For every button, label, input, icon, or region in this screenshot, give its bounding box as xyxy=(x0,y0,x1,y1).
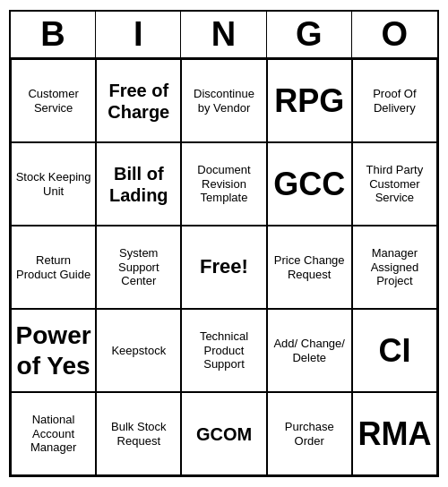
bingo-header: BINGO xyxy=(11,12,437,59)
bingo-cell-0: Customer Service xyxy=(11,59,96,142)
bingo-cell-6: Bill of Lading xyxy=(96,142,181,226)
bingo-cell-22: GCOM xyxy=(181,392,266,475)
bingo-cell-4: Proof Of Delivery xyxy=(352,59,437,142)
bingo-cell-13: Price Change Request xyxy=(267,226,352,309)
bingo-cell-2: Discontinue by Vendor xyxy=(181,59,266,142)
bingo-cell-14: Manager Assigned Project xyxy=(352,226,437,309)
header-letter-O: O xyxy=(352,12,437,57)
bingo-cell-11: System Support Center xyxy=(96,226,181,309)
bingo-cell-5: Stock Keeping Unit xyxy=(11,142,96,226)
bingo-cell-21: Bulk Stock Request xyxy=(96,392,181,475)
bingo-cell-1: Free of Charge xyxy=(96,59,181,142)
bingo-cell-12: Free! xyxy=(181,226,266,309)
bingo-cell-16: Keepstock xyxy=(96,309,181,392)
bingo-cell-24: RMA xyxy=(352,392,437,475)
header-letter-N: N xyxy=(181,12,266,57)
bingo-cell-23: Purchase Order xyxy=(267,392,352,475)
bingo-cell-19: CI xyxy=(352,309,437,392)
bingo-cell-7: Document Revision Template xyxy=(181,142,266,226)
header-letter-B: B xyxy=(11,12,96,57)
header-letter-G: G xyxy=(267,12,352,57)
bingo-cell-10: Return Product Guide xyxy=(11,226,96,309)
header-letter-I: I xyxy=(96,12,181,57)
bingo-cell-15: Power of Yes xyxy=(11,309,96,392)
bingo-cell-18: Add/ Change/ Delete xyxy=(267,309,352,392)
bingo-grid: Customer ServiceFree of ChargeDiscontinu… xyxy=(11,59,437,475)
bingo-cell-8: GCC xyxy=(267,142,352,226)
bingo-cell-17: Technical Product Support xyxy=(181,309,266,392)
bingo-cell-9: Third Party Customer Service xyxy=(352,142,437,226)
bingo-card: BINGO Customer ServiceFree of ChargeDisc… xyxy=(9,10,439,477)
bingo-cell-20: National Account Manager xyxy=(11,392,96,475)
bingo-cell-3: RPG xyxy=(267,59,352,142)
